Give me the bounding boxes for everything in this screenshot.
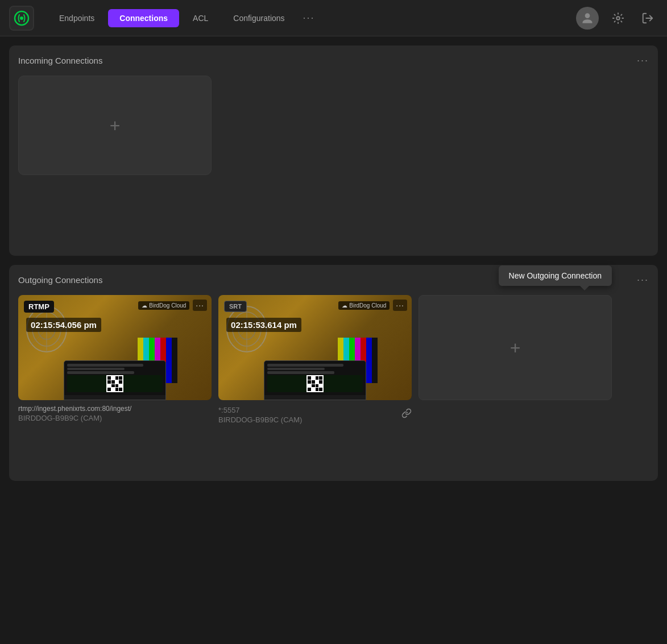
cloud-icon-rtmp: ☁ — [142, 302, 147, 309]
cloud-badge-rtmp: ☁ BirdDog Cloud — [138, 301, 189, 310]
cloud-badge-srt: ☁ BirdDog Cloud — [338, 301, 390, 310]
tab-configurations[interactable]: Configurations — [222, 9, 296, 27]
connection-menu-rtmp[interactable]: ··· — [193, 300, 207, 311]
new-outgoing-connection-card: New Outgoing Connection + — [419, 295, 612, 400]
outgoing-connections-grid: 02:15:54.056 pm — [18, 295, 649, 424]
app-header: Endpoints Connections ACL Configurations… — [0, 0, 667, 36]
incoming-panel-title: Incoming Connections — [18, 56, 102, 65]
outgoing-panel: Outgoing Connections ··· — [9, 265, 658, 481]
outgoing-panel-menu[interactable]: ··· — [637, 274, 649, 286]
rtmp-badge: RTMP — [24, 301, 54, 313]
cloud-icon-srt: ☁ — [342, 302, 347, 309]
tab-connections[interactable]: Connections — [108, 9, 179, 27]
connection-info-srt: *:5557 BIRDDOG-B9B9C (CAM) — [218, 400, 412, 424]
outgoing-connection-srt[interactable]: 02:15:53.614 pm — [218, 295, 412, 424]
outgoing-connection-rtmp[interactable]: 02:15:54.056 pm — [18, 295, 212, 422]
incoming-panel: Incoming Connections ··· + — [9, 45, 658, 256]
connection-thumb-rtmp: 02:15:54.056 pm — [18, 295, 212, 400]
incoming-panel-header: Incoming Connections ··· — [18, 55, 649, 67]
tab-endpoints[interactable]: Endpoints — [48, 9, 106, 27]
timecode-rtmp: 02:15:54.056 pm — [26, 318, 101, 332]
outgoing-panel-header: Outgoing Connections ··· — [18, 274, 649, 286]
link-icon-srt[interactable] — [401, 408, 412, 421]
app-logo[interactable] — [9, 6, 34, 31]
laptop-rtmp — [64, 360, 166, 400]
laptop-srt — [264, 360, 366, 400]
svg-point-3 — [616, 16, 620, 20]
main-content: Incoming Connections ··· + Outgoing Conn… — [0, 36, 667, 490]
connection-name-rtmp: BIRDDOG-B9B9C (CAM) — [18, 414, 212, 422]
connection-url-srt: *:5557 — [218, 406, 302, 414]
add-outgoing-connection-button[interactable]: + — [419, 295, 612, 400]
svg-point-2 — [585, 13, 590, 18]
user-avatar[interactable] — [576, 7, 599, 30]
nav-tabs: Endpoints Connections ACL Configurations… — [48, 7, 576, 28]
thumb-header-rtmp: ☁ BirdDog Cloud ··· — [138, 300, 207, 311]
nav-more-button[interactable]: ··· — [299, 7, 320, 28]
connection-name-srt: BIRDDOG-B9B9C (CAM) — [218, 416, 302, 424]
incoming-panel-menu[interactable]: ··· — [637, 55, 649, 67]
add-incoming-icon: + — [110, 117, 121, 135]
connection-thumb-srt: 02:15:53.614 pm — [218, 295, 412, 400]
header-right — [576, 7, 658, 30]
settings-icon[interactable] — [608, 8, 628, 28]
connection-url-rtmp: rtmp://ingest.phenixrts.com:80/ingest/ — [18, 405, 212, 413]
connection-menu-srt[interactable]: ··· — [393, 300, 407, 311]
tab-acl[interactable]: ACL — [181, 9, 219, 27]
outgoing-panel-title: Outgoing Connections — [18, 275, 102, 285]
srt-badge: SRT — [224, 301, 247, 312]
add-incoming-connection-button[interactable]: + — [18, 76, 212, 175]
add-outgoing-icon: + — [510, 339, 521, 357]
connection-info-rtmp: rtmp://ingest.phenixrts.com:80/ingest/ B… — [18, 400, 212, 422]
svg-point-1 — [20, 16, 23, 20]
logout-icon[interactable] — [637, 8, 658, 28]
thumb-header-srt: ☁ BirdDog Cloud ··· — [338, 300, 407, 311]
timecode-srt: 02:15:53.614 pm — [226, 318, 301, 332]
